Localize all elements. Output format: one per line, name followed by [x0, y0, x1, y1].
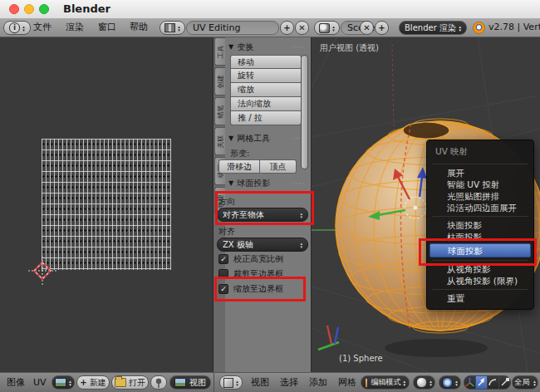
spinner-arrows-icon: ▴▾ — [332, 25, 335, 32]
tab-create[interactable]: 创建 — [214, 67, 225, 96]
editor-type-button-info[interactable]: i ▴▾ — [3, 21, 31, 35]
menu-separator — [432, 164, 528, 164]
edge-slide-button[interactable]: 滑移边 — [218, 159, 260, 174]
menu-mesh[interactable]: 网格 — [338, 373, 356, 392]
blender-logo-icon — [473, 22, 485, 34]
image-icon — [174, 378, 186, 387]
viewer-image-button[interactable]: 视图 — [169, 375, 211, 390]
menu-view[interactable]: 视图 — [251, 373, 269, 392]
annotation-box-sphere-projection — [419, 238, 537, 266]
screen-layout-icon — [164, 23, 175, 32]
uv-2d-cursor[interactable] — [28, 257, 56, 285]
menu-item-project-from-view-bounds[interactable]: 从视角投影 (限界) — [427, 275, 533, 287]
scale-button[interactable]: 缩放 — [230, 83, 302, 97]
checkbox-checked-icon[interactable]: ✓ — [218, 254, 228, 264]
menu-file[interactable]: 文件 — [33, 18, 52, 37]
screen-layout-icon-button[interactable]: ▴▾ — [160, 21, 185, 35]
menu-item-unwrap[interactable]: 展开 — [427, 167, 533, 179]
add-scene-button[interactable]: + — [375, 21, 389, 35]
align-dropdown[interactable]: ZX 极轴 ▴▾ — [217, 238, 308, 252]
plus-icon: + — [80, 378, 86, 387]
spinner-arrows-icon: ▴▾ — [69, 380, 71, 386]
tab-relations[interactable]: 关联 — [214, 127, 225, 155]
pivot-point-icon — [442, 377, 453, 388]
image-icon — [55, 378, 66, 387]
panel-header-transform[interactable]: ▼ 变换 ···· — [228, 42, 305, 52]
rotate-button[interactable]: 旋转 — [230, 69, 302, 83]
uv-island-grid[interactable] — [42, 139, 171, 270]
tab-grease-pencil[interactable]: 蜡笔 — [214, 97, 225, 125]
menu-item-lightmap-pack[interactable]: 光照贴图拼排 — [427, 190, 533, 202]
viewport-3d[interactable]: 用户视图 (透视) (1) Sphere UV 映射 展开 智能 UV 投射 光… — [312, 37, 540, 372]
close-layout-button[interactable]: ✕ — [295, 21, 309, 35]
axes-icon — [465, 378, 474, 387]
panel-header-mesh-tools[interactable]: ▼ 网格工具 ···· — [228, 133, 305, 144]
menu-item-smart-uv-project[interactable]: 智能 UV 投射 — [427, 179, 533, 190]
interaction-mode-dropdown[interactable]: 编辑模式 ▴▾ — [361, 375, 410, 390]
close-scene-button[interactable]: ✕ — [360, 21, 374, 35]
new-image-button[interactable]: + 新建 — [76, 375, 110, 390]
bottom-headers: 图像 UV ▴▾ + 新建 打开 视图 — [0, 372, 540, 392]
menu-separator — [432, 289, 528, 290]
manipulator-toggle-button[interactable] — [464, 375, 476, 390]
tab-tools[interactable]: 工具 — [214, 37, 225, 66]
pivot-point-dropdown[interactable]: ▴▾ — [439, 375, 461, 390]
menu-window[interactable]: 窗口 — [98, 18, 116, 37]
add-layout-button[interactable]: + — [280, 21, 294, 35]
folder-icon — [115, 378, 126, 387]
menu-help[interactable]: 帮助 — [130, 18, 148, 37]
shrink-fatten-button[interactable]: 法向缩放 — [230, 97, 302, 111]
close-window-button[interactable] — [9, 4, 19, 14]
menu-item-reset[interactable]: 重置 — [427, 292, 533, 304]
minimize-window-button[interactable] — [24, 4, 34, 14]
blender-window: Blender i ▴▾ 文件 渲染 窗口 帮助 ▴▾ UV Editing +… — [0, 0, 540, 392]
scene-icon — [319, 23, 330, 33]
panel-header-sphere-projection[interactable]: ▼ 球面投影 ···· — [228, 178, 305, 189]
active-object-label: (1) Sphere — [339, 354, 383, 363]
title-bar: Blender — [0, 0, 540, 19]
spinner-arrows-icon: ▴▾ — [430, 380, 432, 386]
version-stats-text: v2.78 | Verts:48 — [488, 18, 540, 37]
shading-sphere-icon — [416, 377, 427, 388]
align-value: ZX 极轴 — [223, 239, 253, 251]
orientation-value: 全局 — [514, 377, 529, 388]
correct-aspect-checkbox-row[interactable]: ✓ 校正高宽比例 — [218, 253, 283, 265]
panel-drag-dots-icon[interactable]: ···· — [292, 43, 305, 51]
uv-editor-area[interactable] — [0, 37, 214, 372]
tool-shelf-scrollbar[interactable] — [301, 55, 308, 169]
manipulator-translate-button[interactable] — [475, 375, 488, 390]
panel-drag-dots-icon[interactable]: ···· — [292, 179, 305, 188]
menu-render[interactable]: 渲染 — [66, 18, 84, 37]
editor-type-button-3d-view[interactable]: ▴▾ — [219, 375, 243, 390]
spinner-arrows-icon: ▴▾ — [455, 380, 458, 386]
menu-image[interactable]: 图像 — [7, 373, 25, 392]
manipulator-rotate-button[interactable] — [487, 375, 499, 390]
menu-item-follow-active-quads[interactable]: 沿活动四边面展开 — [427, 202, 533, 213]
push-pull-button[interactable]: 推 / 拉 — [230, 111, 302, 125]
transform-manipulator[interactable] — [361, 154, 436, 228]
translate-button[interactable]: 移动 — [230, 55, 302, 69]
pin-icon — [155, 378, 163, 388]
pin-image-button[interactable] — [150, 375, 167, 390]
menu-item-cube-projection[interactable]: 块面投影 — [427, 219, 533, 231]
align-label: 对齐 — [218, 226, 235, 238]
viewport-shading-dropdown[interactable]: ▴▾ — [413, 375, 435, 390]
scale-arrow-icon — [500, 378, 509, 387]
zoom-window-button[interactable] — [39, 4, 49, 14]
edit-mode-cube-icon — [365, 378, 368, 388]
uv-mapping-context-menu: UV 映射 展开 智能 UV 投射 光照贴图拼排 沿活动四边面展开 块面投影 柱… — [426, 140, 534, 310]
browse-image-dropdown[interactable]: ▴▾ — [52, 375, 75, 390]
transform-orientation-dropdown[interactable]: 全局 ▴▾ — [512, 375, 538, 390]
info-header: i ▴▾ 文件 渲染 窗口 帮助 ▴▾ UV Editing + ✕ ▴▾ Sc… — [0, 18, 540, 37]
vertex-slide-button[interactable]: 顶点 — [260, 159, 297, 174]
open-image-button[interactable]: 打开 — [111, 375, 149, 390]
render-engine-dropdown[interactable]: Blender 渲染 ▴▾ — [399, 21, 467, 35]
screen-layout-field[interactable]: UV Editing — [186, 21, 279, 35]
menu-uvs[interactable]: UV — [33, 373, 47, 392]
annotation-box-scale-to-bounds — [214, 277, 306, 301]
scene-icon-button[interactable]: ▴▾ — [314, 21, 340, 35]
menu-select[interactable]: 选择 — [280, 373, 298, 392]
manipulator-scale-button[interactable] — [498, 375, 511, 390]
spinner-arrows-icon: ▴▾ — [236, 380, 238, 386]
menu-add[interactable]: 添加 — [309, 373, 327, 392]
